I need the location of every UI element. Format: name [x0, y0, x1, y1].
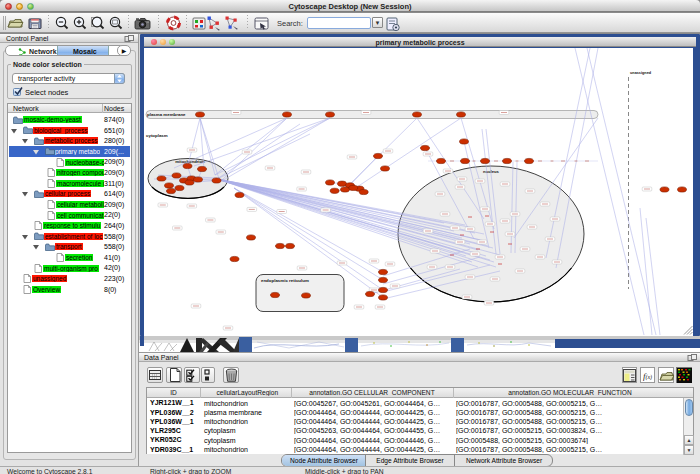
svg-text:unassigned: unassigned — [630, 71, 652, 75]
svg-text:endoplasmic reticulum: endoplasmic reticulum — [261, 278, 309, 283]
svg-text:plasma membrane: plasma membrane — [147, 112, 186, 117]
svg-text:nucleus: nucleus — [483, 169, 499, 174]
svg-text:cytoplasm: cytoplasm — [146, 133, 168, 138]
